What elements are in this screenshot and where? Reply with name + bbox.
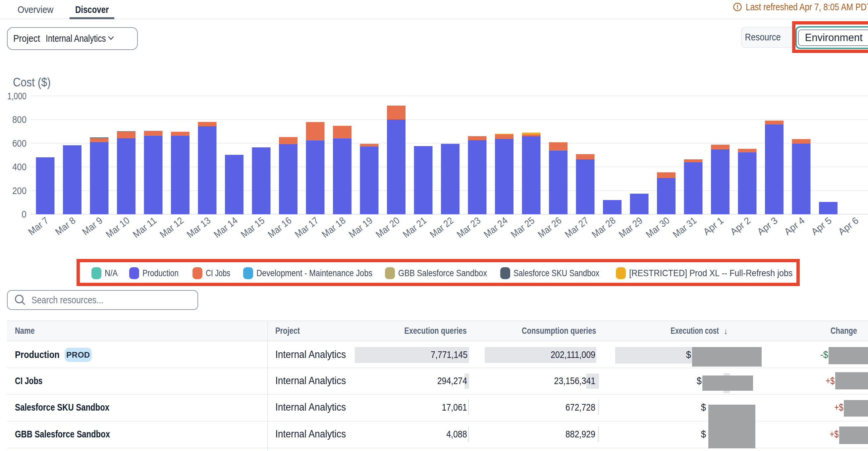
svg-text:Mar 27: Mar 27	[563, 215, 591, 240]
svg-text:Mar 23: Mar 23	[455, 215, 483, 240]
svg-text:Apr 5: Apr 5	[809, 215, 834, 237]
svg-text:600: 600	[12, 138, 27, 149]
svg-text:Apr 1: Apr 1	[701, 215, 725, 237]
svg-text:Mar 13: Mar 13	[185, 215, 213, 240]
svg-text:Mar 26: Mar 26	[536, 215, 563, 240]
svg-text:Mar 29: Mar 29	[617, 215, 645, 240]
svg-text:0: 0	[22, 209, 27, 220]
svg-text:Mar 31: Mar 31	[671, 215, 699, 240]
svg-text:Mar 16: Mar 16	[266, 215, 293, 240]
svg-text:Mar 7: Mar 7	[26, 215, 50, 237]
svg-text:Mar 9: Mar 9	[80, 215, 104, 237]
svg-text:Apr 6: Apr 6	[836, 215, 860, 237]
svg-text:Mar 20: Mar 20	[374, 215, 402, 240]
svg-text:Mar 12: Mar 12	[158, 215, 186, 240]
svg-text:400: 400	[12, 162, 27, 172]
svg-text:800: 800	[12, 114, 27, 125]
svg-text:Mar 18: Mar 18	[320, 215, 347, 240]
svg-text:Mar 14: Mar 14	[212, 215, 240, 240]
svg-text:1,000: 1,000	[7, 91, 27, 101]
svg-text:200: 200	[12, 186, 27, 196]
svg-text:Mar 17: Mar 17	[293, 215, 321, 240]
svg-text:Mar 28: Mar 28	[590, 215, 618, 240]
svg-text:Apr 4: Apr 4	[782, 215, 806, 237]
svg-text:Apr 3: Apr 3	[755, 215, 779, 237]
svg-text:Mar 11: Mar 11	[131, 215, 159, 240]
svg-text:Mar 24: Mar 24	[482, 215, 509, 240]
svg-text:Mar 30: Mar 30	[644, 215, 672, 240]
svg-text:Mar 19: Mar 19	[347, 215, 375, 240]
svg-text:Mar 25: Mar 25	[509, 215, 537, 240]
svg-text:Mar 10: Mar 10	[104, 215, 131, 240]
svg-text:Mar 15: Mar 15	[239, 215, 267, 240]
svg-text:Mar 21: Mar 21	[401, 215, 429, 240]
svg-text:Mar 22: Mar 22	[428, 215, 456, 240]
svg-text:Apr 2: Apr 2	[728, 215, 752, 237]
svg-text:Mar 8: Mar 8	[53, 215, 78, 237]
